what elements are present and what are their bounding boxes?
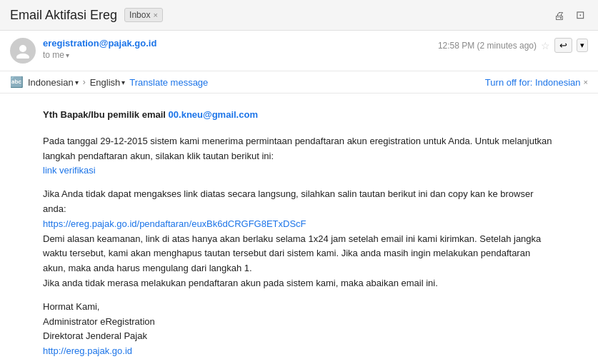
translate-icon: 🔤: [10, 76, 24, 89]
to-lang-arrow: ▾: [121, 79, 125, 86]
sig-greeting: Hormat Kami,: [43, 300, 555, 315]
close-inbox-icon[interactable]: ×: [153, 11, 157, 19]
sender-to: to me ▾: [43, 50, 431, 60]
top-bar-icons: 🖨 ⊡: [551, 7, 588, 23]
paragraph-2: Jika Anda tidak dapat mengakses link dia…: [43, 187, 555, 291]
email-address-link[interactable]: 00.kneu@gmail.com: [169, 109, 258, 120]
inbox-badge: Inbox ×: [124, 8, 163, 22]
long-url-link[interactable]: https://ereg.pajak.go.id/pendaftaran/eux…: [43, 218, 307, 229]
inbox-label: Inbox: [129, 10, 150, 20]
sig-line1: Administrator eRegistration: [43, 315, 555, 330]
sender-info: eregistration@pajak.go.id to me ▾: [43, 38, 431, 60]
close-translate-icon[interactable]: ×: [584, 78, 588, 86]
more-actions-button[interactable]: ▾: [577, 39, 588, 52]
sender-email[interactable]: eregistration@pajak.go.id: [43, 38, 431, 49]
email-title: Email Aktifasi Ereg: [10, 8, 117, 23]
para1-text: Pada tanggal 29-12-2015 sistem kami mene…: [43, 136, 552, 161]
para4-text: Jika anda tidak merasa melakukan pendaft…: [43, 278, 438, 288]
from-language-button[interactable]: Indonesian ▾: [28, 77, 79, 88]
verifikasi-link[interactable]: link verifikasi: [43, 165, 96, 176]
to-dropdown-icon[interactable]: ▾: [66, 51, 69, 59]
top-bar: Email Aktifasi Ereg Inbox × 🖨 ⊡: [0, 0, 598, 31]
to-lang-label: English: [90, 77, 121, 88]
paragraph-1: Pada tanggal 29-12-2015 sistem kami mene…: [43, 134, 555, 178]
arrow-icon: ›: [83, 77, 86, 87]
reply-button[interactable]: ↩: [554, 38, 572, 53]
print-icon[interactable]: 🖨: [551, 8, 567, 23]
turn-off-label: Turn off for: Indonesian: [485, 77, 581, 88]
sender-row: eregistration@pajak.go.id to me ▾ 12:58 …: [0, 31, 598, 71]
para2-start-text: Jika Anda tidak dapat mengakses link dia…: [43, 188, 534, 214]
greeting-line: Yth Bapak/Ibu pemilik email 00.kneu@gmai…: [43, 108, 555, 123]
para3-text: Demi alasan keamanan, link di atas hanya…: [43, 233, 541, 274]
sig-line2: Direktorat Jenderal Pajak: [43, 329, 555, 344]
avatar: [10, 38, 36, 64]
signature-block: Hormat Kami, Administrator eRegistration…: [43, 300, 555, 359]
sender-to-label: to me: [43, 50, 64, 60]
from-lang-label: Indonesian: [28, 77, 74, 88]
sig-url-link[interactable]: http://ereg.pajak.go.id: [43, 345, 132, 356]
from-lang-arrow: ▾: [75, 79, 79, 86]
svg-point-1: [16, 54, 29, 59]
to-language-button[interactable]: English ▾: [90, 77, 126, 88]
svg-point-0: [19, 45, 26, 52]
greeting-text: Yth Bapak/Ibu pemilik email: [43, 109, 166, 120]
translate-message-link[interactable]: Translate message: [129, 77, 208, 88]
email-time: 12:58 PM (2 minutes ago): [438, 41, 537, 51]
email-body: Yth Bapak/Ibu pemilik email 00.kneu@gmai…: [0, 93, 598, 364]
turn-off-translation-link[interactable]: Turn off for: Indonesian ×: [485, 77, 588, 88]
expand-icon[interactable]: ⊡: [573, 7, 588, 23]
sender-meta: 12:58 PM (2 minutes ago) ☆ ↩ ▾: [438, 38, 588, 53]
translate-bar: 🔤 Indonesian ▾ › English ▾ Translate mes…: [0, 71, 598, 93]
star-icon[interactable]: ☆: [541, 40, 550, 51]
